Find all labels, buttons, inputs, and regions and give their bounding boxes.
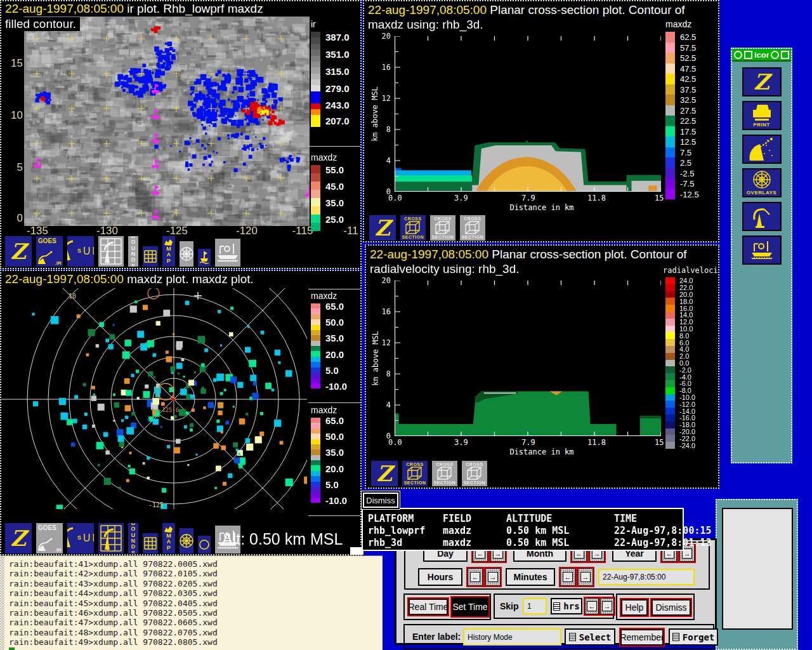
xsec2-title-line2: radialvelocity using: rhb_3d. [370,262,523,276]
cross-button[interactable]: CROSSSECTION [459,214,487,242]
cross-button[interactable]: CROSSSECTION [431,460,459,488]
label-value-field[interactable]: History Mode [463,628,561,646]
window-iconify-icon[interactable] [771,51,779,59]
skip-units-button[interactable]: hrs [551,598,582,614]
hours-left-arrow[interactable]: ← [468,568,483,586]
cube-icon [466,467,483,481]
teal-window-panel [722,508,793,630]
terminal-window[interactable]: rain:beaufait:41>xdump.all 970822.0005.x… [0,555,383,650]
colorbar-tick: 35.0 [325,447,344,458]
minutes-right-arrow[interactable]: → [578,568,593,586]
skip-left-arrow[interactable]: ← [585,598,599,614]
cross-button[interactable]: CROSSSECTION [399,214,427,242]
remember-button[interactable]: Remember [620,629,664,646]
colorbar-segment [665,53,675,63]
zebra-button[interactable]: Z [4,522,33,555]
help-button[interactable]: Help [621,599,648,616]
goes-button[interactable]: GOES.IR [35,235,64,268]
cross-button[interactable]: CROSSSECTION [401,460,429,488]
xsec2-xlabel: Distance in km [491,448,593,456]
forget-button[interactable]: Forget [669,628,718,646]
window-box-icon[interactable] [744,51,752,59]
bounds-button[interactable]: BOUNDS [127,235,140,268]
gridradar-button[interactable] [97,522,125,555]
colorbar-segment [665,387,675,394]
buoy-button[interactable] [197,248,212,268]
ir-maxdz-colorbar: maxdz55.045.035.025.0 [311,165,362,231]
grid-icon [144,250,157,263]
shipbig-button[interactable] [742,235,782,265]
minutes-button[interactable]: Minutes [506,568,555,586]
ship-button[interactable] [214,237,242,268]
colorbar-scale [665,277,675,449]
goes-button[interactable]: GOES.IR [35,522,64,555]
hours-button[interactable]: Hours [418,568,462,586]
dialog-dismiss-button[interactable]: Dismiss [652,599,691,616]
zebra-button[interactable]: Z [368,214,397,242]
colorbar-scale [311,32,320,127]
hours-right-arrow[interactable]: → [485,568,501,586]
colorbar-segment [665,105,675,116]
time-value-field[interactable]: 22-Aug-97,8:05:00 [598,569,695,585]
window-menu-icon[interactable] [734,51,742,59]
skip-value-field[interactable]: 1 [523,598,547,614]
axis-tick: 11.8 [587,438,606,447]
sur-button[interactable]: SUR [66,522,95,555]
minutes-left-arrow[interactable]: ← [560,568,575,586]
select-button[interactable]: Select [565,628,615,646]
zebra-button[interactable]: Z [742,67,782,96]
colorbar-segment [311,308,320,314]
colorbar-segment [665,305,675,312]
satellite-button[interactable] [742,135,782,164]
terminal-line: rain:beaufait:45>xdump.all 970822.0405.x… [9,599,383,608]
colorbar-segment [665,332,675,339]
colorbar-tick: 52.5 [680,53,696,63]
wheel-button[interactable] [178,240,195,268]
terminal-line: rain:beaufait:49>xdump.all 970822.0805.x… [9,637,383,647]
colorbar-segment [311,482,320,487]
colorbar-segment [665,401,675,408]
colorbar-segment [311,198,320,206]
real-time-button[interactable]: Real Time [409,599,448,615]
circle-button[interactable] [197,534,212,555]
colorbar-segment [311,314,320,319]
sur-button[interactable]: SUR [66,235,95,268]
gridradar-button[interactable] [97,235,125,268]
grid-radar-icon [100,237,122,265]
grid-icon [144,537,157,550]
colorbar-segment [311,103,320,109]
axis-tick: 12 [379,338,391,347]
desktop: 22-aug-1997,08:05:00 ir plot. Rhb_lowprf… [0,0,812,650]
window-maximize-icon[interactable] [781,51,789,59]
map-button[interactable]: MAP [161,235,176,268]
minigrid-button[interactable] [141,532,159,555]
colorbar-segment [311,67,320,73]
zebra-button[interactable]: Z [4,235,33,268]
colorbar-segment [311,109,320,115]
menu-glyph-icon [553,602,560,611]
skip-right-arrow[interactable]: → [600,598,614,614]
cross-button[interactable]: CROSSSECTION [429,214,457,242]
zebra-button[interactable]: Z [370,460,399,488]
colorbar-segment [311,303,320,308]
print-button[interactable]: PRINT [742,101,782,130]
table-dismiss-button[interactable]: Dismiss [363,493,398,508]
xsec2-colorbar-title: radialvelocity [663,266,719,275]
polar-grid-icon [179,246,194,262]
bounds-button[interactable]: BOUNDS [127,522,140,555]
wheel-button[interactable] [178,527,195,555]
colorbar-tick: -24.0 [679,442,695,449]
colorbar-segment [311,346,320,351]
minigrid-button[interactable] [141,245,159,268]
map-button[interactable]: MAP [161,522,176,555]
overlays-button[interactable]: OVERLAYS [742,168,782,197]
terminal-line: rain:beaufait:42>xdump.all 970822.0105.x… [9,569,383,578]
terminal-output: rain:beaufait:41>xdump.all 970822.0005.x… [0,556,383,647]
cross-button[interactable]: CROSSSECTION [461,460,488,488]
radarbig-button[interactable] [742,202,782,231]
enter-label-text: Enter label: [412,632,461,642]
colorbar-title: maxdz [665,19,691,29]
cube-icon [436,467,453,481]
ppi-radar-plot [1,288,307,509]
set-time-button[interactable]: Set Time [452,597,488,616]
